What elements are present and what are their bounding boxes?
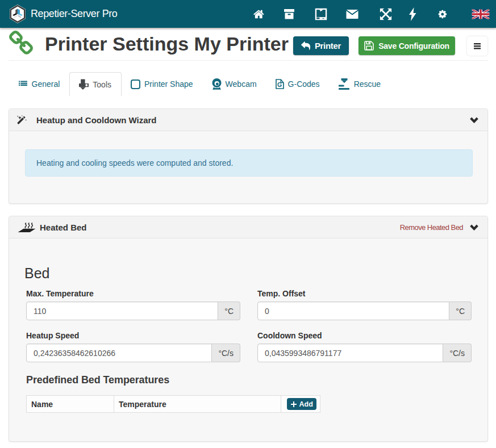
svg-text:G: G xyxy=(277,81,282,88)
